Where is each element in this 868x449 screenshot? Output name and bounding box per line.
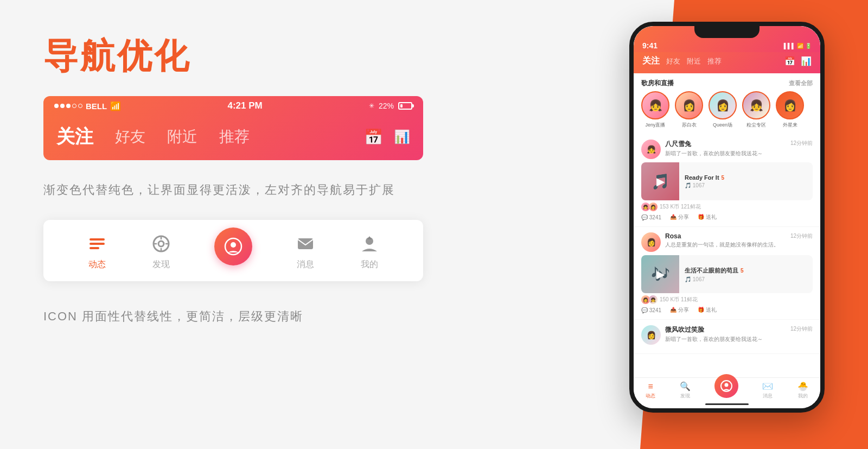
phone-nav-tab-haoyou[interactable]: 好友 [666,56,680,66]
dot1 [54,104,59,108]
avatar-item-4[interactable]: 👧 粒尘专区 [742,91,770,129]
avatar-item-2[interactable]: 👩 苏白衣 [675,91,703,129]
chart-icon[interactable]: 📊 [394,129,410,144]
avatar-circle-1: 👧 [641,91,669,119]
phone-center-btn[interactable] [714,374,738,398]
tab-item-dongtai[interactable]: 动态 [86,233,108,270]
wode-icon [359,233,380,255]
bluetooth-icon: ✳ [369,102,374,110]
song-num-1: 5 [722,175,725,181]
avatar-circle-3: 👩 [709,91,737,119]
feed-song-2[interactable]: 🎶 ▶ 生活不止眼前的苟且 5 🎵 1067 [641,255,813,293]
phone-chart-icon[interactable]: 📊 [801,56,812,66]
phone-tab-label-dongtai: 动态 [646,393,655,400]
play-overlay-1: ▶ [641,162,679,200]
dot3 [66,104,71,108]
song-thumb-2: 🎶 ▶ [641,255,679,293]
comment-btn-2[interactable]: 💬 3241 [641,306,661,314]
avatar-label-4: 粒尘专区 [746,122,766,129]
tab-item-faxian[interactable]: 发现 [150,233,172,270]
wifi-icon: 📶 [110,101,121,111]
tab-label-faxian: 发现 [152,259,170,270]
faxian-icon [150,233,172,255]
share-btn-1[interactable]: 📤 分享 [670,213,689,221]
nav-tab-friends[interactable]: 好友 [115,127,145,147]
home-indicator [705,403,749,405]
avatar-item-1[interactable]: 👧 Jeny直播 [641,91,669,129]
phone-content[interactable]: 歌房和直播 查看全部 👧 Jeny直播 👩 苏 [634,73,820,378]
battery-label: 22% [379,102,394,110]
feed-avatar-3: 👩 [641,325,661,345]
phone-tab-label-wode: 我的 [798,393,808,400]
nav-icons: 📅 📊 [364,128,410,146]
song-info-2: 生活不止眼前的苟且 5 🎵 1067 [679,255,813,293]
status-left: BELL 📶 [54,101,121,111]
avatar-scroll: 👧 Jeny直播 👩 苏白衣 👩 Queen场 [634,91,820,134]
tab-item-xiaoxi[interactable]: 消息 [295,233,316,270]
phone-screen: 9:41 ▌▌▌ 📶 🔋 关注 好友 附近 推荐 📅 📊 [634,26,820,408]
svg-point-4 [158,241,164,246]
phone-tab-center[interactable] [714,383,738,398]
desc-text-1: 渐变色代替纯色，让界面显得更活泼，左对齐的导航易于扩展 [43,182,542,198]
right-area: 9:41 ▌▌▌ 📶 🔋 关注 好友 附近 推荐 📅 📊 [586,0,868,449]
avatar-label-2: 苏白衣 [682,122,697,129]
phone-tab-xiaoxi[interactable]: ✉️ 消息 [762,381,773,400]
feed-item-1: 👧 八尺雪兔 新唱了一首歌，喜欢的朋友要给我送花～ 12分钟前 🎵 ▶ [634,134,820,227]
feed-info-1: 八尺雪兔 新唱了一首歌，喜欢的朋友要给我送花～ [665,140,786,157]
view-all-btn[interactable]: 查看全部 [789,79,813,87]
phone-tab-faxian[interactable]: 🔍 发现 [680,381,691,400]
share-btn-2[interactable]: 📤 分享 [670,306,689,314]
phone-tab-dongtai[interactable]: ≡ 动态 [646,382,655,400]
avatar-item-5[interactable]: 👩 外星来 [776,91,804,129]
tab-item-wode[interactable]: 我的 [359,233,380,270]
nav-demo: BELL 📶 4:21 PM ✳ 22% 关注 好友 附近 推荐 📅 📊 [43,96,423,160]
wifi-signal-icon: 📶 [797,43,803,49]
dongtai-icon [86,233,108,255]
phone-calendar-icon[interactable]: 📅 [784,56,795,66]
avatar-label-5: 外星来 [783,122,797,129]
comment-btn-1[interactable]: 💬 3241 [641,213,661,221]
battery-icon [398,102,412,110]
phone-nav-tab-guanzhu[interactable]: 关注 [642,55,660,67]
phone-tab-label-xiaoxi: 消息 [763,393,773,400]
status-right: ✳ 22% [369,102,412,110]
play-overlay-2: ▶ [641,255,679,293]
feed-actions-2: 💬 3241 📤 分享 🎁 送礼 [641,306,813,314]
svg-rect-2 [90,247,99,249]
feed-meta-1: 👧 👩 153 K币 121鲜花 [641,203,813,211]
phone-tab-label-faxian: 发现 [680,393,690,400]
section-header: 歌房和直播 查看全部 [634,73,820,91]
feed-desc-3: 新唱了一首歌，喜欢的朋友要给我送花～ [665,336,786,343]
carrier-label: BELL [86,102,107,111]
feed-header-3: 👩 微风吹过笑脸 新唱了一首歌，喜欢的朋友要给我送花～ 12分钟前 [641,325,813,345]
dot2 [60,104,65,108]
nav-tab-recommend[interactable]: 推荐 [219,127,250,147]
center-tab-btn[interactable] [214,227,252,265]
gift-btn-2[interactable]: 🎁 送礼 [698,306,717,314]
status-time: 4:21 PM [227,100,262,111]
avatar-label-3: Queen场 [713,122,732,129]
status-bar: BELL 📶 4:21 PM ✳ 22% [43,96,423,116]
feed-info-3: 微风吹过笑脸 新唱了一首歌，喜欢的朋友要给我送花～ [665,325,786,343]
phone-xiaoxi-icon: ✉️ [762,381,773,391]
battery-fill [400,104,403,107]
phone-wode-icon: 🐣 [797,381,808,391]
calendar-icon[interactable]: 📅 [364,128,383,146]
tab-label-dongtai: 动态 [88,259,106,270]
phone-signal: ▌▌▌ 📶 🔋 [784,43,812,49]
phone-time: 9:41 [642,41,658,50]
svg-rect-1 [90,243,105,245]
feed-item-3: 👩 微风吹过笑脸 新唱了一首歌，喜欢的朋友要给我送花～ 12分钟前 [634,320,820,354]
phone-nav-tab-fujin[interactable]: 附近 [687,56,701,66]
nav-tab-active[interactable]: 关注 [56,124,93,149]
feed-song-1[interactable]: 🎵 ▶ Ready For It 5 🎵 1067 [641,162,813,200]
phone-tab-wode[interactable]: 🐣 我的 [797,381,808,400]
feed-info-2: Rosa 人总是重复的一句话，就是她没有像样的生活。 [665,232,786,249]
gift-btn-1[interactable]: 🎁 送礼 [698,213,717,221]
tab-item-center[interactable] [214,238,252,265]
avatar-item-3[interactable]: 👩 Queen场 [709,91,737,129]
nav-tab-nearby[interactable]: 附近 [167,127,197,147]
tab-label-xiaoxi: 消息 [297,259,314,270]
phone-nav-tab-tuijian[interactable]: 推荐 [707,56,722,66]
svg-point-10 [231,242,236,248]
